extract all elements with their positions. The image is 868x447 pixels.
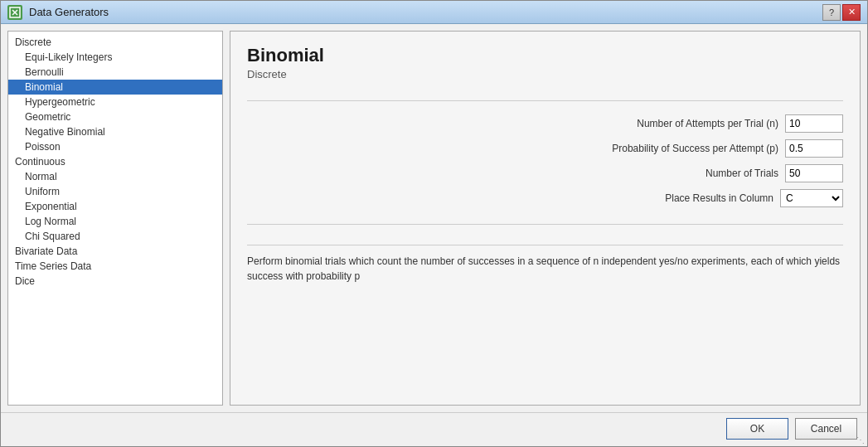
probability-row: Probability of Success per Attempt (p) <box>247 139 843 158</box>
content-panel: Binomial Discrete Number of Attempts per… <box>230 31 861 406</box>
sidebar-item-chi-squared[interactable]: Chi Squared <box>8 229 222 244</box>
sidebar-item-time-series[interactable]: Time Series Data <box>8 259 222 274</box>
content-subtitle: Discrete <box>247 68 843 80</box>
description-text: Perform binomial trials which count the … <box>247 245 843 284</box>
sidebar-item-continuous[interactable]: Continuous <box>8 154 222 169</box>
app-icon <box>7 5 22 20</box>
column-select[interactable]: A B C D E <box>780 189 843 207</box>
bottom-bar: OK Cancel <box>1 412 867 446</box>
close-button[interactable]: ✕ <box>842 4 861 21</box>
help-button[interactable]: ? <box>822 4 841 21</box>
description-divider <box>247 224 843 225</box>
sidebar-item-bivariate[interactable]: Bivariate Data <box>8 244 222 259</box>
attempts-input[interactable] <box>785 114 843 133</box>
sidebar-item-uniform[interactable]: Uniform <box>8 184 222 199</box>
resize-grip[interactable]: ⋱ <box>856 435 866 445</box>
sidebar-item-log-normal[interactable]: Log Normal <box>8 214 222 229</box>
sidebar-item-bernoulli[interactable]: Bernoulli <box>8 65 222 80</box>
attempts-label: Number of Attempts per Trial (n) <box>637 118 778 129</box>
ok-button[interactable]: OK <box>726 418 788 440</box>
probability-label: Probability of Success per Attempt (p) <box>612 143 778 154</box>
sidebar-item-geometric[interactable]: Geometric <box>8 109 222 124</box>
title-bar: Data Generators ? ✕ <box>1 1 867 24</box>
column-row: Place Results in Column A B C D E <box>247 189 843 207</box>
sidebar-item-poisson[interactable]: Poisson <box>8 139 222 154</box>
sidebar-item-negative-binomial[interactable]: Negative Binomial <box>8 124 222 139</box>
trials-row: Number of Trials <box>247 164 843 182</box>
sidebar: Discrete Equi-Likely Integers Bernoulli … <box>7 31 223 406</box>
attempts-row: Number of Attempts per Trial (n) <box>247 114 843 133</box>
sidebar-item-normal[interactable]: Normal <box>8 169 222 184</box>
sidebar-item-hypergeometric[interactable]: Hypergeometric <box>8 95 222 109</box>
trials-label: Number of Trials <box>706 168 778 179</box>
sidebar-item-dice[interactable]: Dice <box>8 274 222 289</box>
probability-input[interactable] <box>785 139 843 158</box>
content-title: Binomial <box>247 45 843 66</box>
sidebar-item-exponential[interactable]: Exponential <box>8 199 222 214</box>
trials-input[interactable] <box>785 164 843 182</box>
sidebar-item-equi-likely[interactable]: Equi-Likely Integers <box>8 50 222 65</box>
window-controls: ? ✕ <box>822 4 861 21</box>
sidebar-item-binomial[interactable]: Binomial <box>8 80 222 95</box>
window-title: Data Generators <box>29 6 109 18</box>
form-grid: Number of Attempts per Trial (n) Probabi… <box>247 114 843 207</box>
column-label: Place Results in Column <box>665 192 773 204</box>
divider <box>247 100 843 101</box>
cancel-button[interactable]: Cancel <box>795 418 857 440</box>
sidebar-item-discrete[interactable]: Discrete <box>8 35 222 50</box>
